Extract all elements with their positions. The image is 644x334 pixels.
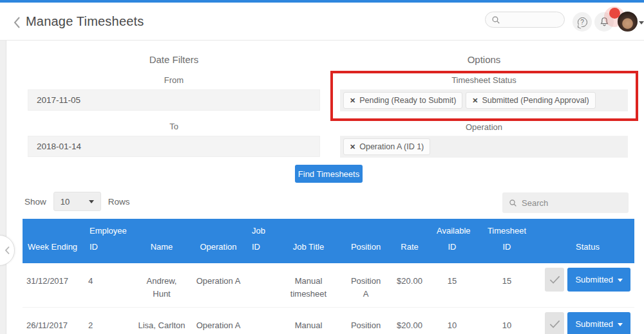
timesheet-status-field[interactable]: ✕ Pending (Ready to Submit) ✕ Submitted … (340, 89, 628, 111)
operation-field[interactable]: ✕ Operation A (ID 1) (340, 136, 628, 158)
cell-status: Submitted (541, 263, 634, 308)
column-header-timesheet-id[interactable]: Timesheet ID (473, 219, 541, 263)
column-header-employee-id[interactable]: Employee ID (84, 219, 133, 263)
status-dropdown-button[interactable]: Submitted (567, 312, 630, 334)
approve-check-button[interactable] (545, 268, 564, 292)
employee-name-link[interactable]: Andrew, Hunt (133, 263, 190, 308)
to-label: To (28, 122, 320, 131)
table-header-row: Week Ending Employee ID Name Operation J… (23, 219, 634, 263)
column-header-name[interactable]: Name (133, 219, 190, 263)
help-chat-icon: ? (578, 17, 587, 27)
operation-link[interactable]: Operation A (190, 308, 247, 334)
notification-badge (609, 8, 620, 19)
search-icon (509, 199, 517, 207)
column-header-operation[interactable]: Operation (190, 219, 247, 263)
options-title: Options (340, 54, 628, 65)
operation-tag[interactable]: ✕ Operation A (ID 1) (343, 138, 430, 155)
remove-tag-icon[interactable]: ✕ (350, 143, 355, 151)
to-date-input[interactable] (28, 136, 320, 157)
column-header-job-id[interactable]: Job ID (247, 219, 273, 263)
chevron-down-icon (618, 279, 623, 282)
status-dropdown-button[interactable]: Submitted (567, 268, 630, 292)
rows-label: Rows (108, 197, 130, 207)
timesheet-status-label: Timesheet Status (340, 75, 628, 85)
check-icon (549, 319, 561, 329)
user-menu-caret-icon[interactable] (639, 21, 644, 24)
cell-available-id: 15 (431, 263, 473, 308)
left-gutter (0, 41, 6, 334)
cell-week-ending: 26/11/2017 (23, 308, 84, 334)
chevron-left-icon (5, 246, 10, 255)
search-icon (491, 15, 500, 24)
table-search[interactable] (502, 192, 629, 213)
column-header-job-title[interactable]: Job Title (273, 219, 344, 263)
header-search[interactable] (485, 12, 565, 28)
status-tag-label: Pending (Ready to Submit) (359, 96, 456, 105)
table-row: 26/11/2017 2 Lisa, Carlton Operation A M… (23, 308, 634, 334)
from-date-input[interactable] (28, 89, 320, 111)
timesheets-table: Week Ending Employee ID Name Operation J… (23, 219, 634, 334)
cell-job-id (247, 263, 273, 308)
operation-link[interactable]: Operation A (190, 263, 247, 308)
cell-available-id: 10 (431, 308, 473, 334)
status-tag-label: Submitted (Pending Approval) (482, 96, 589, 105)
back-chevron-icon[interactable] (9, 14, 24, 32)
app-header: Manage Timesheets ? (0, 3, 644, 41)
cell-position: Position A (344, 263, 388, 308)
column-header-week-ending[interactable]: Week Ending (23, 219, 84, 263)
employee-name-link[interactable]: Lisa, Carlton (133, 308, 190, 334)
rate-link[interactable]: $20.00 (388, 263, 431, 308)
timesheet-id-link[interactable]: 10 (473, 308, 541, 334)
page-title: Manage Timesheets (26, 14, 144, 29)
cell-week-ending: 31/12/2017 (23, 263, 84, 308)
cell-job-id (247, 308, 273, 334)
column-header-rate[interactable]: Rate (388, 219, 431, 263)
column-header-status[interactable]: Status (541, 219, 634, 263)
rate-link[interactable]: $20.00 (388, 308, 431, 334)
approve-check-button[interactable] (545, 312, 564, 334)
cell-employee-id: 2 (84, 308, 133, 334)
find-timesheets-button[interactable]: Find Timesheets (295, 165, 363, 183)
status-label: Submitted (575, 319, 613, 329)
rows-per-page-value: 10 (61, 197, 70, 207)
chevron-down-icon (89, 200, 94, 203)
from-label: From (28, 75, 320, 85)
remove-tag-icon[interactable]: ✕ (350, 97, 355, 105)
timesheet-id-link[interactable]: 15 (473, 263, 541, 308)
table-row: 31/12/2017 4 Andrew, Hunt Operation A Ma… (23, 263, 634, 308)
user-avatar[interactable] (618, 12, 638, 32)
remove-tag-icon[interactable]: ✕ (472, 97, 478, 105)
rows-per-page-controls: Show 10 Rows (24, 192, 130, 211)
status-tag[interactable]: ✕ Submitted (Pending Approval) (466, 92, 595, 109)
table-search-input[interactable] (522, 198, 618, 208)
header-search-input[interactable] (504, 15, 562, 24)
show-label: Show (24, 197, 46, 207)
date-filters-title: Date Filters (28, 54, 320, 65)
column-header-position[interactable]: Position (344, 219, 388, 263)
status-tag[interactable]: ✕ Pending (Ready to Submit) (343, 92, 462, 109)
check-icon (549, 275, 561, 284)
status-label: Submitted (575, 275, 613, 284)
operation-label: Operation (340, 122, 628, 132)
column-header-available-id[interactable]: Available ID (431, 219, 473, 263)
cell-status: Submitted (541, 308, 634, 334)
help-chat-button[interactable]: ? (573, 12, 592, 32)
cell-employee-id: 4 (84, 263, 133, 308)
cell-job-title: Manual timesheet (273, 308, 344, 334)
rows-per-page-select[interactable]: 10 (53, 192, 101, 211)
top-accent-bar (0, 0, 644, 3)
operation-tag-label: Operation A (ID 1) (359, 142, 424, 151)
cell-position: Position A (344, 308, 388, 334)
chevron-down-icon (618, 323, 623, 326)
cell-job-title: Manual timesheet (273, 263, 344, 308)
collapse-panel-button[interactable] (0, 235, 15, 266)
